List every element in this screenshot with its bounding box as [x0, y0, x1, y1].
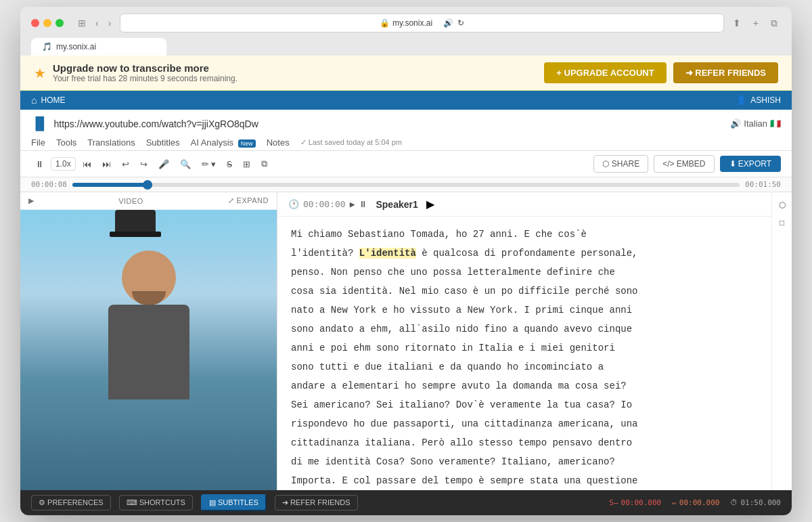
- share-browser-button[interactable]: ⬆: [729, 16, 744, 30]
- progress-thumb[interactable]: [143, 180, 152, 190]
- nav-right: 👤 ASHISH: [736, 95, 781, 105]
- video-thumbnail: [20, 210, 277, 490]
- menu-tools[interactable]: Tools: [56, 135, 76, 150]
- sidebar-icon-2[interactable]: □: [775, 215, 788, 230]
- menu-subtitles[interactable]: Subtitles: [146, 135, 180, 150]
- browser-window: ⊞ ‹ › 🔒 my.sonix.ai 🔊 ↻ ⬆ + ⧉ 🎵 my.sonix…: [20, 7, 792, 515]
- browser-chrome: ⊞ ‹ › 🔒 my.sonix.ai 🔊 ↻ ⬆ + ⧉ 🎵 my.sonix…: [20, 7, 792, 56]
- file-url: ▐▌ https://www.youtube.com/watch?v=jjiXg…: [31, 116, 258, 131]
- user-label[interactable]: ASHISH: [750, 95, 781, 105]
- stat2-value: 00:00.000: [679, 498, 720, 507]
- bottom-bar: ⚙ PREFERENCES ⌨ SHORTCUTS ▤ SUBTITLES ➜ …: [20, 490, 792, 515]
- transcript-play-button[interactable]: ▶: [350, 199, 355, 209]
- toolbar-left: ⏸ 1.0x ⏮ ⏭ ↩ ↪ 🎤 🔍 ✏ ▾ S̶ ⊞ ⧉: [31, 156, 271, 172]
- expand-label[interactable]: ⤢ EXPAND: [228, 196, 269, 205]
- refresh-icon[interactable]: ↻: [457, 18, 464, 28]
- browser-titlebar: ⊞ ‹ › 🔒 my.sonix.ai 🔊 ↻ ⬆ + ⧉: [31, 14, 781, 32]
- person-body: [108, 305, 189, 399]
- banner-left: ★ Upgrade now to transcribe more Your fr…: [34, 62, 238, 83]
- nav-left: ⌂ HOME: [31, 95, 65, 106]
- transcript-sidebar: ⬡ □: [771, 192, 792, 490]
- lock-icon: 🔒: [380, 18, 390, 28]
- speaker-label[interactable]: Speaker1: [376, 199, 418, 210]
- stat2: ✏ 00:00.000: [672, 498, 719, 507]
- insert-button[interactable]: ⊞: [239, 156, 254, 172]
- banner-buttons: + UPGRADE ACCOUNT ➜ REFER FRIENDS: [544, 62, 778, 83]
- traffic-lights: [31, 19, 64, 27]
- home-icon: ⌂: [31, 95, 37, 106]
- address-bar[interactable]: 🔒 my.sonix.ai 🔊 ↻: [120, 14, 723, 32]
- menu-notes[interactable]: Notes: [267, 135, 290, 150]
- stat3: ⏱ 01:50.000: [730, 498, 781, 507]
- video-label: VIDEO: [118, 197, 143, 205]
- strikethrough-button[interactable]: S̶: [223, 156, 236, 172]
- timeline-end: 00:01:50: [745, 180, 781, 189]
- collapse-icon[interactable]: ⬡: [775, 198, 790, 213]
- speaker-expand-icon[interactable]: ▶: [426, 198, 434, 211]
- redo-button[interactable]: ↪: [136, 156, 152, 172]
- shortcuts-button[interactable]: ⌨ SHORTCUTS: [119, 495, 193, 510]
- tabs-button[interactable]: ⧉: [767, 16, 781, 30]
- play-pause-button[interactable]: ⏸: [31, 156, 48, 172]
- subtitles-button[interactable]: ▤ SUBTITLES: [201, 494, 267, 511]
- stat3-value: 01:50.000: [740, 498, 781, 507]
- grid-view-button[interactable]: ⊞: [74, 16, 89, 30]
- nav-bar: ⌂ HOME 👤 ASHISH: [20, 91, 792, 110]
- export-button[interactable]: ⬇ EXPORT: [720, 156, 781, 172]
- tab-title: my.sonix.ai: [56, 42, 96, 51]
- refer-friends-banner-button[interactable]: ➜ REFER FRIENDS: [673, 62, 778, 83]
- transcript-pause-button[interactable]: ⏸: [359, 199, 367, 209]
- close-button[interactable]: [31, 19, 39, 27]
- file-url-text: https://www.youtube.com/watch?v=jjiXgRO8…: [54, 118, 258, 129]
- fast-forward-button[interactable]: ⏭: [98, 156, 115, 172]
- refer-friends-bottom-button[interactable]: ➜ REFER FRIENDS: [275, 495, 358, 510]
- file-header: ▐▌ https://www.youtube.com/watch?v=jjiXg…: [20, 110, 792, 151]
- url-display: my.sonix.ai: [392, 18, 432, 28]
- upgrade-account-button[interactable]: + UPGRADE ACCOUNT: [544, 62, 666, 83]
- audio-icon: 🔊: [443, 18, 453, 28]
- highlight-button[interactable]: ✏ ▾: [198, 156, 221, 172]
- stat1-value: 00:00.000: [621, 498, 662, 507]
- main-area: ▶ VIDEO ⤢ EXPAND: [20, 192, 792, 490]
- timeline: 00:00:08 00:01:50: [20, 177, 792, 192]
- share-button[interactable]: ⬡ SHARE: [593, 155, 648, 173]
- transcript-scroll[interactable]: Mi chiamo Sebastiano Tomada, ho 27 anni.…: [277, 217, 771, 490]
- maximize-button[interactable]: [55, 19, 64, 27]
- search-button[interactable]: 🔍: [176, 156, 195, 172]
- file-url-row: ▐▌ https://www.youtube.com/watch?v=jjiXg…: [31, 116, 781, 131]
- stat1: S̶ 00:00.000: [609, 498, 661, 507]
- clock-icon: 🕐: [288, 199, 299, 209]
- copy-button[interactable]: ⧉: [257, 156, 271, 172]
- user-icon: 👤: [736, 95, 746, 105]
- highlighted-text: L'identità: [359, 248, 416, 259]
- language-label: Italian: [744, 118, 767, 129]
- person-beard: [132, 291, 166, 305]
- audio-small-icon: 🔊: [730, 118, 741, 129]
- rewind-button[interactable]: ⏮: [78, 156, 95, 172]
- menu-translations[interactable]: Translations: [87, 135, 135, 150]
- progress-bar[interactable]: [72, 183, 740, 187]
- forward-button[interactable]: ›: [105, 16, 115, 30]
- language-badge: 🔊 Italian 🇮🇹: [730, 118, 781, 129]
- new-tab-button[interactable]: +: [750, 16, 762, 30]
- speed-control[interactable]: 1.0x: [51, 157, 76, 171]
- bottom-left: ⚙ PREFERENCES ⌨ SHORTCUTS ▤ SUBTITLES ➜ …: [31, 494, 358, 511]
- undo-button[interactable]: ↩: [118, 156, 133, 172]
- menu-file[interactable]: File: [31, 135, 45, 150]
- preferences-button[interactable]: ⚙ PREFERENCES: [31, 495, 111, 510]
- home-label[interactable]: HOME: [41, 95, 65, 105]
- minimize-button[interactable]: [43, 19, 51, 27]
- browser-controls: ⊞ ‹ ›: [74, 16, 114, 30]
- microphone-button[interactable]: 🎤: [154, 156, 173, 172]
- bottom-right: S̶ 00:00.000 ✏ 00:00.000 ⏱ 01:50.000: [609, 498, 781, 507]
- embed-button[interactable]: </> EMBED: [654, 155, 714, 173]
- back-button[interactable]: ‹: [92, 16, 102, 30]
- active-tab[interactable]: 🎵 my.sonix.ai: [31, 38, 166, 56]
- person-head: [122, 251, 176, 305]
- transcript-panel: 🕐 00:00:00 ▶ ⏸ Speaker1 ▶ Mi chiamo Seba…: [277, 192, 771, 490]
- tab-icon: 🎵: [42, 42, 52, 51]
- menu-ai-analysis[interactable]: AI Analysis New: [191, 135, 256, 150]
- transcript-timestamp: 00:00:00: [303, 199, 346, 209]
- banner-title: Upgrade now to transcribe more: [53, 62, 238, 74]
- transcript-text: Mi chiamo Sebastiano Tomada, ho 27 anni.…: [291, 225, 758, 490]
